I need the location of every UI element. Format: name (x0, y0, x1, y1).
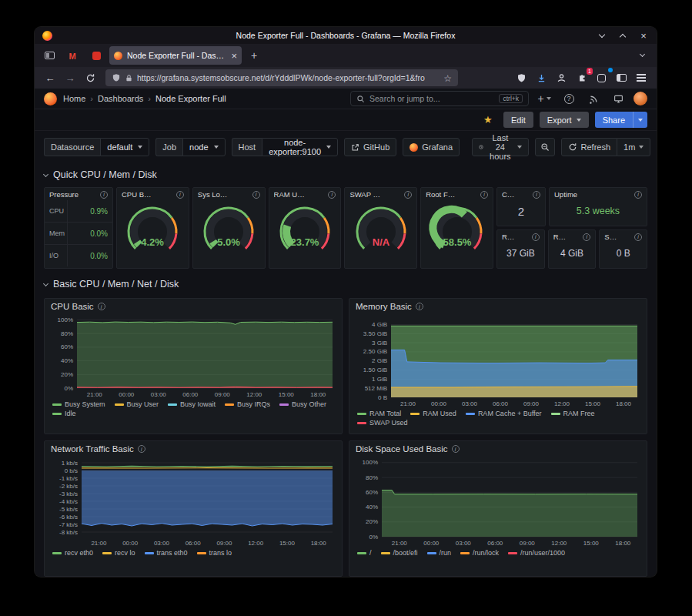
legend-item[interactable]: /run/lock (460, 549, 499, 557)
panel-header[interactable]: Sys Lo… (193, 188, 265, 199)
user-avatar[interactable] (633, 92, 647, 105)
new-tab-button[interactable] (244, 46, 264, 65)
window-titlebar[interactable]: Node Exporter Full - Dashboards - Grafan… (35, 27, 657, 44)
time-range-picker[interactable]: Last 24 hours (472, 138, 529, 156)
breadcrumb-home[interactable]: Home (63, 94, 85, 103)
zoom-out-button[interactable] (535, 138, 555, 156)
legend-item[interactable]: Busy User (115, 400, 159, 408)
app-menu-button[interactable] (632, 69, 650, 86)
list-all-tabs-button[interactable] (632, 46, 652, 65)
panel-header[interactable]: R… (497, 230, 544, 241)
downloads-button[interactable] (532, 69, 550, 86)
panel-header[interactable]: S… (600, 230, 647, 241)
panel-header[interactable]: Uptime (550, 188, 647, 199)
cpu-basic-chart[interactable]: 0%20%40%60%80%100%21:0000:0003:0006:0009… (51, 314, 337, 399)
tab-node-exporter[interactable]: Node Exporter Full - Dashbo (109, 46, 242, 65)
container-extension-button[interactable] (592, 69, 610, 86)
host-select[interactable]: node-exporter:9100 (262, 138, 338, 156)
panel-header[interactable]: Memory Basic (349, 299, 647, 313)
legend-item[interactable]: RAM Cache + Buffer (466, 410, 542, 417)
legend-item[interactable]: recv lo (102, 549, 135, 557)
pinned-tab-app[interactable] (85, 46, 107, 65)
pinned-tab-gmail[interactable] (62, 46, 83, 65)
tab-close-button[interactable] (231, 51, 237, 61)
info-icon[interactable] (583, 233, 590, 241)
legend-item[interactable]: /run/user/1000 (508, 549, 565, 557)
extensions-button[interactable]: 1 (572, 69, 590, 86)
job-select[interactable]: node (182, 138, 225, 156)
grafana-link-button[interactable]: Grafana (403, 138, 460, 156)
display-button[interactable] (609, 90, 627, 107)
legend-item[interactable]: trans eth0 (145, 549, 188, 557)
panel-header[interactable]: CPU Basic (45, 299, 342, 313)
export-button[interactable]: Export (540, 112, 589, 128)
legend-item[interactable]: RAM Free (551, 410, 595, 417)
favorite-button[interactable] (479, 112, 497, 129)
legend-item[interactable]: /boot/efi (381, 549, 418, 557)
back-button[interactable] (41, 69, 59, 86)
legend-item[interactable]: / (357, 549, 372, 557)
section-basic[interactable]: Basic CPU / Mem / Net / Disk (44, 275, 647, 293)
legend-item[interactable]: RAM Total (357, 410, 401, 417)
info-icon[interactable] (404, 191, 412, 199)
share-menu-button[interactable] (633, 112, 647, 128)
info-icon[interactable] (533, 191, 540, 199)
edit-button[interactable]: Edit (503, 112, 533, 128)
section-quick[interactable]: Quick CPU / Mem / Disk (44, 166, 647, 184)
info-icon[interactable] (416, 303, 423, 310)
network-basic-chart[interactable]: 1 kb/s0 b/s-1 kb/s-2 kb/s-3 kb/s-4 kb/s-… (51, 457, 337, 547)
legend-item[interactable]: /run (427, 549, 452, 557)
datasource-select[interactable]: default (100, 138, 149, 156)
legend-item[interactable]: RAM Used (410, 410, 456, 417)
legend-item[interactable]: Busy Iowait (168, 400, 216, 408)
legend-item[interactable]: Busy System (52, 400, 105, 408)
panel-header[interactable]: SWAP … (345, 188, 416, 199)
tracking-protection-shield-icon[interactable] (112, 73, 121, 82)
info-icon[interactable] (634, 191, 642, 199)
window-minimize-button[interactable] (597, 30, 607, 41)
refresh-interval-select[interactable]: 1m (617, 138, 650, 156)
legend-item[interactable]: Busy IRQs (225, 400, 270, 408)
legend-item[interactable]: SWAP Used (357, 419, 408, 427)
panel-header[interactable]: Root F… (421, 188, 493, 199)
memory-basic-chart[interactable]: 0 B512 MiB1 GiB1.50 GiB2 GiB2.50 GiB3 Gi… (356, 314, 642, 408)
lock-icon[interactable] (125, 74, 133, 82)
refresh-button[interactable]: Refresh (561, 138, 618, 156)
firefox-view-button[interactable] (39, 46, 59, 65)
search-box[interactable]: ctrl+k (350, 91, 529, 106)
github-link-button[interactable]: GitHub (344, 138, 396, 156)
info-icon[interactable] (98, 303, 105, 310)
info-icon[interactable] (532, 233, 540, 241)
info-icon[interactable] (452, 445, 460, 453)
info-icon[interactable] (252, 191, 260, 199)
info-icon[interactable] (138, 445, 145, 453)
panel-header[interactable]: R… (549, 230, 596, 241)
info-icon[interactable] (328, 191, 336, 199)
sidebar-button[interactable] (612, 69, 630, 86)
news-button[interactable] (584, 90, 603, 107)
window-maximize-button[interactable] (617, 30, 628, 41)
forward-button[interactable] (61, 69, 79, 86)
reload-button[interactable] (81, 69, 99, 86)
disk-basic-chart[interactable]: 0%20%40%60%80%100%21:0000:0003:0006:0009… (356, 457, 642, 547)
share-button[interactable]: Share (595, 112, 633, 128)
help-button[interactable] (560, 90, 578, 107)
info-icon[interactable] (634, 233, 642, 241)
panel-header[interactable]: CPU B… (117, 188, 189, 199)
legend-item[interactable]: recv eth0 (52, 549, 93, 557)
panel-header[interactable]: Disk Space Used Basic (349, 441, 647, 455)
add-button[interactable] (535, 90, 553, 107)
account-button[interactable] (552, 69, 570, 86)
panel-header[interactable]: Network Traffic Basic (45, 441, 342, 455)
url-bar[interactable]: https://grafana.systemsobscure.net/d/rYd… (105, 69, 458, 86)
bookmark-star-button[interactable] (443, 72, 452, 84)
legend-item[interactable]: Busy Other (279, 400, 326, 408)
search-input[interactable] (369, 94, 494, 103)
window-close-button[interactable] (638, 30, 649, 41)
info-icon[interactable] (480, 191, 488, 199)
info-icon[interactable] (176, 191, 184, 199)
grafana-logo-icon[interactable] (44, 92, 57, 105)
info-icon[interactable] (100, 191, 108, 199)
panel-header[interactable]: C… (497, 188, 545, 199)
panel-header[interactable]: Pressure (45, 188, 112, 199)
